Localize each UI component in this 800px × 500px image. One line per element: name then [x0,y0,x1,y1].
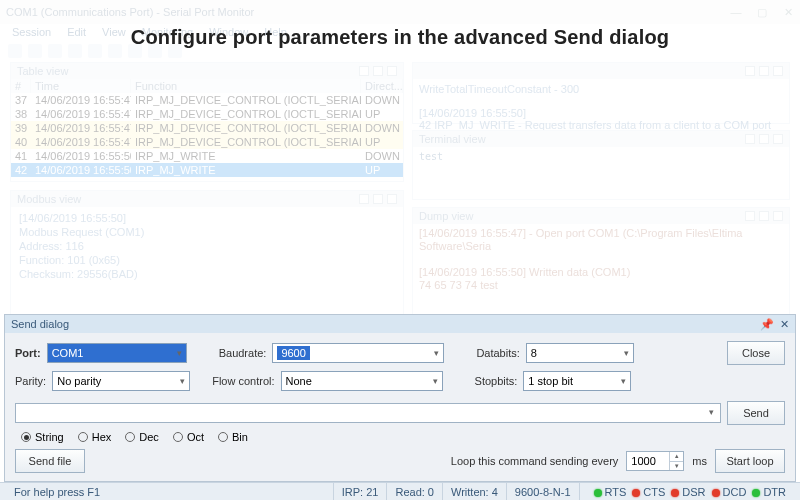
loop-unit: ms [692,455,707,467]
flow-label: Flow control: [212,375,274,387]
baud-select[interactable]: 9600 [272,343,444,363]
databits-select[interactable]: 8 [526,343,634,363]
status-irp: IRP: 21 [334,483,388,500]
signal-rts: RTS [594,486,627,498]
panel-modbus-view: Modbus view [14/06/2019 16:55:50]Modbus … [10,190,404,320]
command-input[interactable] [15,403,721,423]
signal-dcd: DCD [712,486,747,498]
panel-title: Table view [17,65,68,77]
status-help: For help press F1 [6,483,334,500]
databits-label: Databits: [476,347,519,359]
col: Direct... [361,79,403,93]
status-read: Read: 0 [387,483,443,500]
overlay-heading: Configure port parameters in the advance… [0,26,800,49]
panel-title: Dump view [419,210,473,222]
col: Time [31,79,131,93]
table-row[interactable]: 4014/06/2019 16:55:47IRP_MJ_DEVICE_CONTR… [11,135,403,149]
send-dialog: Send dialog 📌 ✕ Port: Baudrate: 9600 Dat… [4,314,796,482]
spin-down-icon[interactable]: ▼ [670,462,683,471]
status-written: Written: 4 [443,483,507,500]
panel-title: Modbus view [17,193,81,205]
signal-cts: CTS [632,486,665,498]
start-loop-button[interactable]: Start loop [715,449,785,473]
flow-select[interactable]: None [281,371,443,391]
spin-up-icon[interactable]: ▲ [670,452,683,462]
panel-line-view: WriteTotalTimeoutConstant - 300 [14/06/2… [412,62,790,124]
loop-interval-input[interactable]: 1000 ▲▼ [626,451,684,471]
panel-terminal-view: Terminal view test [412,130,790,200]
close-panel-icon[interactable]: ✕ [780,318,789,331]
panel-title: Terminal view [419,133,486,145]
radio-hex[interactable]: Hex [78,431,112,443]
maximize-icon[interactable]: ▢ [756,6,768,18]
table-row[interactable]: 3814/06/2019 16:55:47IRP_MJ_DEVICE_CONTR… [11,107,403,121]
statusbar: For help press F1 IRP: 21 Read: 0 Writte… [0,482,800,500]
signal-dtr: DTR [752,486,786,498]
table-row[interactable]: 3914/06/2019 16:55:47IRP_MJ_DEVICE_CONTR… [11,121,403,135]
panel-dump-view: Dump view [14/06/2019 16:55:47] - Open p… [412,207,790,320]
parity-select[interactable]: No parity [52,371,190,391]
send-dialog-title: Send dialog [11,318,69,330]
col: # [11,79,31,93]
format-radio-group: StringHexDecOctBin [21,431,248,443]
loop-label: Loop this command sending every [451,455,619,467]
titlebar: COM1 (Communications Port) - Serial Port… [0,0,800,24]
status-baud: 9600-8-N-1 [507,483,580,500]
minimize-icon[interactable]: — [730,6,742,18]
baud-label: Baudrate: [219,347,267,359]
send-file-button[interactable]: Send file [15,449,85,473]
terminal-text: test [413,147,789,166]
radio-bin[interactable]: Bin [218,431,248,443]
table-row[interactable]: 3714/06/2019 16:55:47IRP_MJ_DEVICE_CONTR… [11,93,403,107]
radio-oct[interactable]: Oct [173,431,204,443]
table-row[interactable]: 4214/06/2019 16:55:50IRP_MJ_WRITEUP [11,163,403,177]
window-title: COM1 (Communications Port) - Serial Port… [6,6,730,18]
panel-table-view: Table view # Time Function Direct... 371… [10,62,404,182]
col: Function [131,79,361,93]
port-input[interactable] [52,347,182,359]
radio-string[interactable]: String [21,431,64,443]
signal-dsr: DSR [671,486,705,498]
close-button[interactable]: Close [727,341,785,365]
table-row[interactable]: 4114/06/2019 16:55:50IRP_MJ_WRITEDOWN [11,149,403,163]
stopbits-select[interactable]: 1 stop bit [523,371,631,391]
port-select[interactable] [47,343,187,363]
send-button[interactable]: Send [727,401,785,425]
port-label: Port: [15,347,41,359]
close-icon[interactable]: ✕ [782,6,794,18]
radio-dec[interactable]: Dec [125,431,159,443]
pin-icon[interactable]: 📌 [760,318,774,331]
stopbits-label: Stopbits: [475,375,518,387]
parity-label: Parity: [15,375,46,387]
